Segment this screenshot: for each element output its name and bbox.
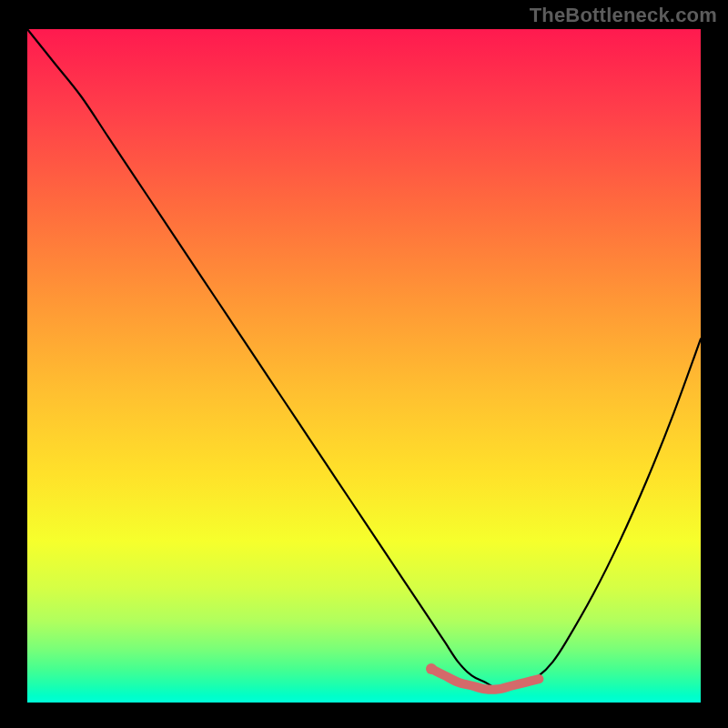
curve-layer <box>27 29 701 703</box>
watermark-text: TheBottleneck.com <box>530 4 717 27</box>
plot-area <box>27 29 701 703</box>
highlight-dot-icon <box>426 663 437 674</box>
highlight-segment <box>431 669 539 690</box>
bottleneck-curve <box>27 29 701 689</box>
chart-frame: TheBottleneck.com <box>0 0 728 728</box>
